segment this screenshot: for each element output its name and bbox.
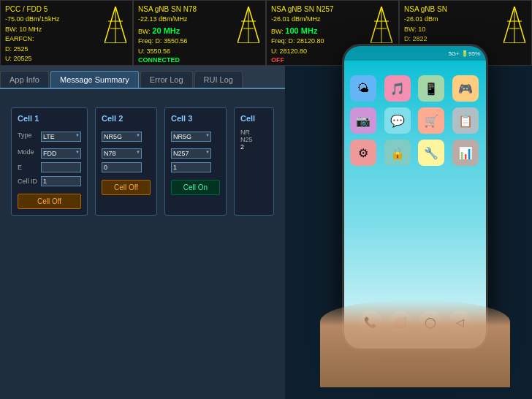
panel3-bw-value: 100 MHz xyxy=(285,26,317,35)
cell3-type-row: NR5G xyxy=(171,129,220,142)
tab-app-info[interactable]: App Info xyxy=(0,71,49,88)
cell2-cellid-input[interactable] xyxy=(102,162,142,172)
cell4-type: NR xyxy=(240,129,267,136)
cell1-mode-select-wrapper: FDD xyxy=(41,145,81,159)
panel4-title: NSA gNB SN xyxy=(404,5,447,13)
app-11: 🔧 xyxy=(418,140,444,166)
panel2-freq-label: Freq: xyxy=(138,37,153,45)
panel3-band: N257 xyxy=(316,5,334,13)
panel3-bw-label: BW: xyxy=(271,28,284,35)
cell1-mode-label: Mode xyxy=(18,148,38,156)
tower-icon-2 xyxy=(238,7,259,43)
panel2-title: NSA gNB SN xyxy=(138,5,181,13)
cell1-cellid-input[interactable] xyxy=(41,176,81,186)
cell3-type-select-wrapper: NR5G xyxy=(171,129,211,142)
cell1-type-row: Type LTE xyxy=(18,129,81,142)
cell3-cellid-row xyxy=(171,162,220,172)
cell1-e-label: E xyxy=(18,164,38,171)
cell3-band-select[interactable]: N257 xyxy=(171,148,211,159)
cell3-band-row: N257 xyxy=(171,145,220,159)
tab-error-log[interactable]: Error Log xyxy=(140,71,193,88)
cell2-band-row: N78 xyxy=(102,145,151,159)
cell-1-panel: Cell 1 Type LTE Mode FDD E xyxy=(11,107,88,216)
cell4-cellid: 2 xyxy=(240,143,267,151)
cell2-band-select[interactable]: N78 xyxy=(102,148,142,159)
hand-holder xyxy=(320,300,510,387)
panel2-bw-label: BW: xyxy=(138,28,151,35)
cell1-mode-select[interactable]: FDD xyxy=(41,148,81,159)
cell1-e-row: E xyxy=(18,162,81,172)
phone-app-grid: 🌤 🎵 📱 🎮 📷 💬 🛒 📋 ⚙ 🔒 🔧 📊 xyxy=(344,68,486,173)
panel3-ul-freq: U: 28120.80 xyxy=(271,48,307,55)
cell1-type-select-wrapper: LTE xyxy=(41,129,81,142)
cell1-type-select[interactable]: LTE xyxy=(41,132,81,142)
app-12: 📊 xyxy=(452,140,479,166)
app-6: 💬 xyxy=(384,107,411,134)
panel3-title: NSA gNB SN xyxy=(271,5,314,13)
cell4-band: N25 xyxy=(240,136,267,143)
cell2-type-select[interactable]: NR5G xyxy=(102,132,142,142)
cell-2-panel: Cell 2 NR5G N78 Cell Off xyxy=(95,107,157,216)
panel1-title: PCC / FDD xyxy=(5,5,42,13)
cell1-off-button[interactable]: Cell Off xyxy=(18,194,81,209)
app-5: 📷 xyxy=(350,107,376,134)
cells-container: Cell 1 Type LTE Mode FDD E xyxy=(11,107,274,216)
phone-signal: 5G+ xyxy=(448,50,459,57)
main-content-area: Cell 1 Type LTE Mode FDD E xyxy=(0,88,285,399)
cell3-cellid-input[interactable] xyxy=(171,162,211,172)
app-7: 🛒 xyxy=(418,107,444,134)
cell3-on-button[interactable]: Cell On xyxy=(171,180,220,195)
phone-overlay: 5G+ 🔋95% 🌤 🎵 📱 🎮 📷 💬 🛒 📋 ⚙ 🔒 🔧 📊 📞 ⬜ xyxy=(320,29,510,387)
panel3-freq-label: Freq: xyxy=(271,37,286,45)
cell3-type-select[interactable]: NR5G xyxy=(171,132,211,142)
cell1-mode-row: Mode FDD xyxy=(18,145,81,159)
tabs-bar: App Info Message Summary Error Log RUI L… xyxy=(0,66,285,88)
cell1-cellid-row: Cell ID xyxy=(18,176,81,186)
cell-3-panel: Cell 3 NR5G N257 Cell On xyxy=(164,107,227,216)
panel-pcc-fdd: PCC / FDD 5 -75.00 dBm/15kHz BW: 10 MHz … xyxy=(0,0,133,66)
cell2-cellid-row xyxy=(102,162,151,172)
panel-nsa-gnb-n78: NSA gNB SN N78 -22.13 dBm/MHz BW: 20 MHz… xyxy=(133,0,266,66)
tab-message-summary[interactable]: Message Summary xyxy=(50,71,139,88)
panel1-ul: 20525 xyxy=(14,55,32,62)
app-weather: 🌤 xyxy=(350,75,376,102)
cell-4-panel: Cell NR N25 2 xyxy=(234,107,274,216)
cell2-off-button[interactable]: Cell Off xyxy=(102,180,151,195)
cell2-title: Cell 2 xyxy=(102,114,151,123)
panel2-status: CONNECTED xyxy=(138,56,261,64)
cell3-title: Cell 3 xyxy=(171,114,220,123)
cell1-type-label: Type xyxy=(18,132,38,139)
tab-rui-log[interactable]: RUI Log xyxy=(194,71,243,88)
panel2-bw-value: 20 MHz xyxy=(152,26,180,35)
app-8: 📋 xyxy=(452,107,479,134)
app-10: 🔒 xyxy=(384,140,411,166)
cell2-type-select-wrapper: NR5G xyxy=(102,129,142,142)
app-4: 🎮 xyxy=(452,75,479,102)
cell1-cellid-label: Cell ID xyxy=(18,178,38,185)
cell1-title: Cell 1 xyxy=(18,114,81,123)
panel3-dl-freq: D: 28120.80 xyxy=(289,37,324,45)
phone-status-bar: 5G+ 🔋95% xyxy=(344,46,486,61)
panel1-bw-value: 10 MHz xyxy=(19,26,42,33)
tower-icon-1 xyxy=(104,7,126,43)
cell2-band-select-wrapper: N78 xyxy=(102,145,142,159)
cell2-type-row: NR5G xyxy=(102,129,151,142)
panel1-dl: 2525 xyxy=(14,45,28,53)
panel1-number: 5 xyxy=(44,5,48,13)
app-9: ⚙ xyxy=(350,140,376,166)
cell1-e-input[interactable] xyxy=(41,162,81,172)
panel2-ul-freq: U: 3550.56 xyxy=(138,48,170,55)
panel1-bw-label: BW: xyxy=(5,26,18,33)
panel1-earfcn: EARFCN: xyxy=(5,35,34,42)
panel2-dl-freq: D: 3550.56 xyxy=(156,37,188,45)
cell3-band-select-wrapper: N257 xyxy=(171,145,211,159)
app-3: 📱 xyxy=(418,75,444,102)
panel2-band: N78 xyxy=(183,5,197,13)
cell4-title: Cell xyxy=(240,114,267,123)
phone-battery: 🔋95% xyxy=(461,50,480,57)
app-music: 🎵 xyxy=(384,75,411,102)
